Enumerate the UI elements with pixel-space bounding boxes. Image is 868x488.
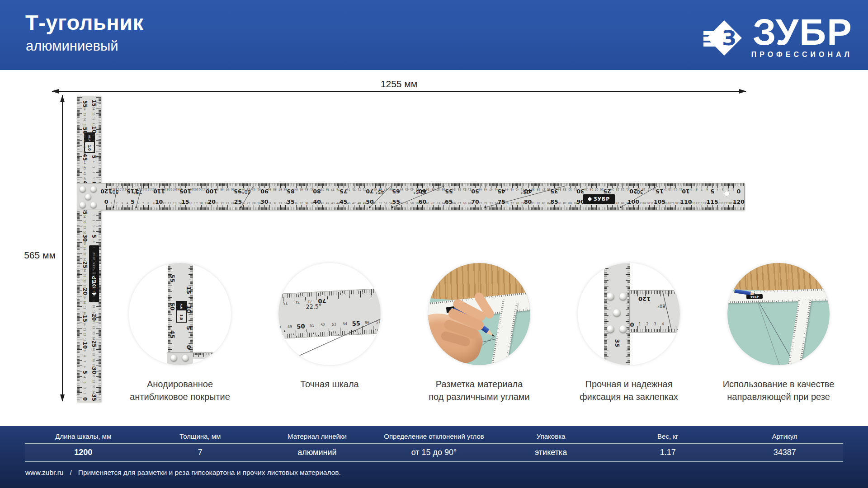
scale-number: 44: [83, 161, 86, 164]
scale-number: 1: [111, 202, 113, 205]
scale-number: 25: [82, 261, 87, 268]
scale-number: 14: [83, 322, 86, 326]
scale-number: 4: [127, 202, 128, 205]
scale-number: 70: [471, 199, 479, 205]
scale-number: 112: [146, 188, 151, 191]
scale-number: 1: [732, 188, 734, 191]
angle-label: 22.5°: [413, 189, 427, 195]
scale-number: 120: [733, 199, 745, 205]
scale-number: 72: [295, 300, 300, 304]
scale-number: 28: [590, 188, 593, 191]
scale-number: 3: [92, 225, 95, 227]
spec-value-5: 1.17: [609, 448, 726, 457]
c2-bottom-numbers: 4849505152535455565758: [278, 322, 381, 328]
scale-number: 34: [92, 390, 95, 394]
scale-number: 21: [215, 202, 219, 205]
scale-number: 54: [343, 322, 348, 326]
scale-number: 48: [278, 326, 281, 330]
scale-number: 16: [83, 311, 86, 315]
scale-number: 23: [83, 274, 86, 277]
scale-number: 12: [92, 117, 95, 121]
page-subtitle: алюминиевый: [26, 38, 118, 54]
scale-number: 31: [83, 231, 86, 235]
angle-label: 15°: [520, 189, 529, 195]
scale-number: 65: [445, 199, 453, 205]
scale-number: 27: [247, 202, 250, 205]
scale-number: 12: [92, 272, 95, 276]
scale-number: 18: [92, 305, 95, 308]
scale-number: 4: [717, 188, 718, 191]
scale-number: 18: [83, 300, 86, 304]
scale-number: 14: [663, 188, 667, 191]
scale-number: 84: [294, 188, 298, 191]
scale-number: 70: [366, 188, 373, 194]
scale-number: 6: [92, 150, 95, 152]
angle-label: 75°: [133, 189, 142, 195]
scale-number: 27: [83, 252, 86, 256]
site-link[interactable]: www.zubr.ru: [25, 469, 63, 477]
scale-number: 31: [92, 374, 95, 378]
scale-number: 22: [92, 326, 95, 330]
scale-number: 70: [318, 298, 326, 304]
scale-number: 23: [92, 331, 95, 335]
rivet: [85, 194, 91, 200]
scale-number: 38: [537, 188, 540, 191]
rivet: [619, 293, 627, 300]
spec-value-2: алюминий: [259, 448, 376, 457]
scale-number: 102: [198, 188, 203, 191]
feature-caption: Использование в качестве направляющей пр…: [702, 378, 855, 403]
scale-number: 86: [558, 202, 561, 205]
scale-number: 68: [463, 202, 467, 205]
scale-number: 101: [204, 188, 209, 191]
scale-number: 14: [92, 107, 95, 110]
spec-header-1: Толщина, мм: [142, 432, 259, 443]
brand-name: ЗУБР: [753, 17, 853, 47]
c1-right-numbers: 051015: [129, 263, 231, 365]
scale-number: 47: [489, 188, 493, 191]
feature-circle-marking: ЗУБР: [428, 263, 530, 365]
scale-number: 8: [92, 252, 95, 253]
scale-number: 78: [326, 188, 330, 191]
scale-number: 15: [656, 188, 663, 194]
arrow-left-icon: [52, 89, 59, 94]
scale-number: 50: [366, 199, 373, 205]
scale-number: 19: [83, 295, 86, 299]
scale-number: 101: [636, 202, 641, 205]
ruler-brand-badge-text: ЗУБР: [594, 196, 610, 202]
scale-number: 50: [471, 188, 479, 194]
scale-number: 21: [92, 321, 95, 324]
scale-number: 14: [92, 283, 95, 286]
scale-number: 57: [376, 320, 381, 324]
scale-number: 48: [358, 202, 361, 205]
scale-number: 42: [515, 188, 519, 191]
arrow-right-icon: [739, 89, 746, 94]
scale-number: 41: [83, 177, 86, 181]
scale-number: 8: [92, 140, 95, 141]
scale-number: 34: [83, 215, 86, 218]
scale-number: 83: [300, 188, 303, 191]
scale-number: 71: [363, 188, 366, 191]
scale-number: 45: [498, 188, 505, 194]
scale-number: 11: [83, 338, 86, 342]
scale-number: 46: [495, 188, 498, 191]
scale-number: 66: [389, 188, 393, 191]
scale-number: 34: [558, 188, 561, 191]
scale-number: 95: [234, 188, 242, 194]
scale-number: 56: [365, 321, 370, 325]
scale-number: 53: [384, 202, 387, 205]
scale-number: 10: [91, 126, 96, 133]
scale-number: 6: [706, 188, 708, 191]
spec-value-0: 1200: [25, 448, 142, 457]
scale-number: 30: [82, 235, 87, 242]
scale-number: 117: [720, 202, 725, 205]
zubr-diamond-icon: З: [703, 17, 745, 59]
scale-number: 17: [194, 202, 198, 205]
scale-number: 24: [92, 337, 95, 340]
scale-number: 55: [352, 320, 360, 327]
scale-number: 63: [405, 188, 409, 191]
scale-number: 26: [600, 188, 604, 191]
scale-number: 54: [83, 108, 86, 111]
scale-number: 15: [91, 99, 96, 107]
spec-header-2: Материал линейки: [259, 432, 376, 443]
scale-number: 106: [662, 202, 667, 205]
